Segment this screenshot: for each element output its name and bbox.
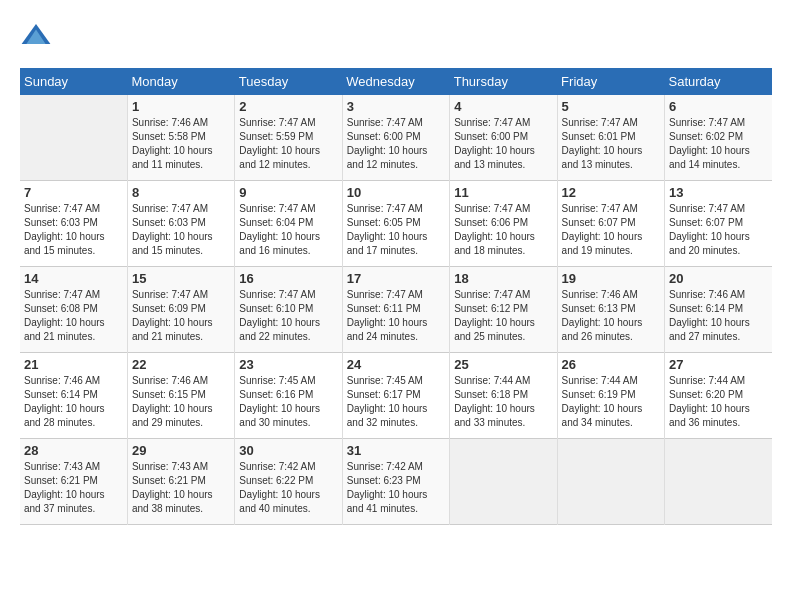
day-cell: 18Sunrise: 7:47 AMSunset: 6:12 PMDayligh…: [450, 267, 557, 353]
day-cell: [665, 439, 772, 525]
day-cell: 31Sunrise: 7:42 AMSunset: 6:23 PMDayligh…: [342, 439, 449, 525]
day-cell: 11Sunrise: 7:47 AMSunset: 6:06 PMDayligh…: [450, 181, 557, 267]
day-info: Sunrise: 7:47 AMSunset: 6:04 PMDaylight:…: [239, 202, 337, 258]
day-info: Sunrise: 7:44 AMSunset: 6:20 PMDaylight:…: [669, 374, 768, 430]
week-row-1: 7Sunrise: 7:47 AMSunset: 6:03 PMDaylight…: [20, 181, 772, 267]
day-number: 22: [132, 357, 230, 372]
day-cell: 1Sunrise: 7:46 AMSunset: 5:58 PMDaylight…: [127, 95, 234, 181]
day-cell: 29Sunrise: 7:43 AMSunset: 6:21 PMDayligh…: [127, 439, 234, 525]
header-sunday: Sunday: [20, 68, 127, 95]
day-cell: 19Sunrise: 7:46 AMSunset: 6:13 PMDayligh…: [557, 267, 664, 353]
day-number: 18: [454, 271, 552, 286]
day-cell: [450, 439, 557, 525]
day-info: Sunrise: 7:43 AMSunset: 6:21 PMDaylight:…: [24, 460, 123, 516]
day-info: Sunrise: 7:45 AMSunset: 6:16 PMDaylight:…: [239, 374, 337, 430]
day-info: Sunrise: 7:47 AMSunset: 5:59 PMDaylight:…: [239, 116, 337, 172]
day-number: 3: [347, 99, 445, 114]
day-number: 9: [239, 185, 337, 200]
page-header: [20, 20, 772, 52]
day-info: Sunrise: 7:47 AMSunset: 6:07 PMDaylight:…: [562, 202, 660, 258]
day-cell: 16Sunrise: 7:47 AMSunset: 6:10 PMDayligh…: [235, 267, 342, 353]
day-cell: 23Sunrise: 7:45 AMSunset: 6:16 PMDayligh…: [235, 353, 342, 439]
day-info: Sunrise: 7:47 AMSunset: 6:12 PMDaylight:…: [454, 288, 552, 344]
day-info: Sunrise: 7:47 AMSunset: 6:00 PMDaylight:…: [347, 116, 445, 172]
day-info: Sunrise: 7:47 AMSunset: 6:00 PMDaylight:…: [454, 116, 552, 172]
header-thursday: Thursday: [450, 68, 557, 95]
day-number: 12: [562, 185, 660, 200]
day-cell: 10Sunrise: 7:47 AMSunset: 6:05 PMDayligh…: [342, 181, 449, 267]
day-info: Sunrise: 7:47 AMSunset: 6:10 PMDaylight:…: [239, 288, 337, 344]
day-number: 31: [347, 443, 445, 458]
day-cell: 13Sunrise: 7:47 AMSunset: 6:07 PMDayligh…: [665, 181, 772, 267]
day-info: Sunrise: 7:46 AMSunset: 6:15 PMDaylight:…: [132, 374, 230, 430]
day-number: 20: [669, 271, 768, 286]
day-number: 25: [454, 357, 552, 372]
day-cell: 17Sunrise: 7:47 AMSunset: 6:11 PMDayligh…: [342, 267, 449, 353]
day-cell: 27Sunrise: 7:44 AMSunset: 6:20 PMDayligh…: [665, 353, 772, 439]
day-info: Sunrise: 7:47 AMSunset: 6:11 PMDaylight:…: [347, 288, 445, 344]
day-number: 23: [239, 357, 337, 372]
day-cell: 24Sunrise: 7:45 AMSunset: 6:17 PMDayligh…: [342, 353, 449, 439]
day-number: 24: [347, 357, 445, 372]
header-monday: Monday: [127, 68, 234, 95]
day-info: Sunrise: 7:47 AMSunset: 6:02 PMDaylight:…: [669, 116, 768, 172]
day-cell: 12Sunrise: 7:47 AMSunset: 6:07 PMDayligh…: [557, 181, 664, 267]
week-row-3: 21Sunrise: 7:46 AMSunset: 6:14 PMDayligh…: [20, 353, 772, 439]
week-row-0: 1Sunrise: 7:46 AMSunset: 5:58 PMDaylight…: [20, 95, 772, 181]
day-number: 6: [669, 99, 768, 114]
day-number: 11: [454, 185, 552, 200]
day-number: 2: [239, 99, 337, 114]
day-number: 30: [239, 443, 337, 458]
day-number: 26: [562, 357, 660, 372]
day-info: Sunrise: 7:44 AMSunset: 6:18 PMDaylight:…: [454, 374, 552, 430]
day-info: Sunrise: 7:44 AMSunset: 6:19 PMDaylight:…: [562, 374, 660, 430]
day-cell: 28Sunrise: 7:43 AMSunset: 6:21 PMDayligh…: [20, 439, 127, 525]
day-info: Sunrise: 7:46 AMSunset: 5:58 PMDaylight:…: [132, 116, 230, 172]
calendar-table: SundayMondayTuesdayWednesdayThursdayFrid…: [20, 68, 772, 525]
header-saturday: Saturday: [665, 68, 772, 95]
day-info: Sunrise: 7:43 AMSunset: 6:21 PMDaylight:…: [132, 460, 230, 516]
day-info: Sunrise: 7:47 AMSunset: 6:01 PMDaylight:…: [562, 116, 660, 172]
day-info: Sunrise: 7:46 AMSunset: 6:13 PMDaylight:…: [562, 288, 660, 344]
day-info: Sunrise: 7:46 AMSunset: 6:14 PMDaylight:…: [24, 374, 123, 430]
day-cell: [557, 439, 664, 525]
day-info: Sunrise: 7:47 AMSunset: 6:08 PMDaylight:…: [24, 288, 123, 344]
day-number: 15: [132, 271, 230, 286]
day-cell: 20Sunrise: 7:46 AMSunset: 6:14 PMDayligh…: [665, 267, 772, 353]
day-number: 14: [24, 271, 123, 286]
day-info: Sunrise: 7:46 AMSunset: 6:14 PMDaylight:…: [669, 288, 768, 344]
day-cell: 8Sunrise: 7:47 AMSunset: 6:03 PMDaylight…: [127, 181, 234, 267]
day-cell: 4Sunrise: 7:47 AMSunset: 6:00 PMDaylight…: [450, 95, 557, 181]
calendar-header: SundayMondayTuesdayWednesdayThursdayFrid…: [20, 68, 772, 95]
day-info: Sunrise: 7:47 AMSunset: 6:03 PMDaylight:…: [132, 202, 230, 258]
day-info: Sunrise: 7:47 AMSunset: 6:06 PMDaylight:…: [454, 202, 552, 258]
header-row: SundayMondayTuesdayWednesdayThursdayFrid…: [20, 68, 772, 95]
day-cell: 30Sunrise: 7:42 AMSunset: 6:22 PMDayligh…: [235, 439, 342, 525]
header-wednesday: Wednesday: [342, 68, 449, 95]
day-cell: 3Sunrise: 7:47 AMSunset: 6:00 PMDaylight…: [342, 95, 449, 181]
logo-icon: [20, 20, 52, 52]
day-number: 19: [562, 271, 660, 286]
day-number: 4: [454, 99, 552, 114]
day-cell: 6Sunrise: 7:47 AMSunset: 6:02 PMDaylight…: [665, 95, 772, 181]
header-friday: Friday: [557, 68, 664, 95]
day-number: 1: [132, 99, 230, 114]
day-number: 13: [669, 185, 768, 200]
day-cell: 5Sunrise: 7:47 AMSunset: 6:01 PMDaylight…: [557, 95, 664, 181]
day-cell: [20, 95, 127, 181]
day-cell: 22Sunrise: 7:46 AMSunset: 6:15 PMDayligh…: [127, 353, 234, 439]
week-row-4: 28Sunrise: 7:43 AMSunset: 6:21 PMDayligh…: [20, 439, 772, 525]
day-number: 16: [239, 271, 337, 286]
day-info: Sunrise: 7:45 AMSunset: 6:17 PMDaylight:…: [347, 374, 445, 430]
day-cell: 9Sunrise: 7:47 AMSunset: 6:04 PMDaylight…: [235, 181, 342, 267]
logo: [20, 20, 56, 52]
day-number: 10: [347, 185, 445, 200]
day-cell: 14Sunrise: 7:47 AMSunset: 6:08 PMDayligh…: [20, 267, 127, 353]
day-info: Sunrise: 7:42 AMSunset: 6:23 PMDaylight:…: [347, 460, 445, 516]
day-cell: 26Sunrise: 7:44 AMSunset: 6:19 PMDayligh…: [557, 353, 664, 439]
day-number: 29: [132, 443, 230, 458]
day-number: 17: [347, 271, 445, 286]
day-cell: 21Sunrise: 7:46 AMSunset: 6:14 PMDayligh…: [20, 353, 127, 439]
day-number: 21: [24, 357, 123, 372]
calendar-body: 1Sunrise: 7:46 AMSunset: 5:58 PMDaylight…: [20, 95, 772, 525]
